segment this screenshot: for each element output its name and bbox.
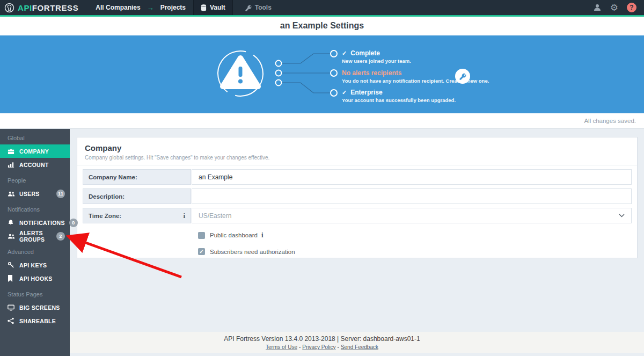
nav-vault-label: Vault [210,4,225,11]
sidebar-item-alerts-groups[interactable]: ALERTS GROUPS 2 [0,229,70,243]
notifications-count-badge: 0 [69,219,78,227]
footer-link-privacy[interactable]: Privacy Policy [302,344,335,350]
sidebar-item-api-keys[interactable]: API KEYS [0,258,70,272]
public-dashboard-checkbox[interactable] [198,232,205,239]
sidebar-section-status-pages: Status Pages [0,285,70,301]
alerts-groups-count-badge: 2 [56,232,65,241]
sidebar-section-people: People [0,171,70,187]
company-name-input[interactable] [192,169,632,185]
help-icon[interactable]: ? [627,3,636,12]
fix-alerts-button[interactable] [455,69,470,84]
subscribers-authorization-label: Subscribers need authorization [210,249,295,255]
sidebar-item-label: API KEYS [19,262,47,268]
description-label: Description: [83,188,191,204]
field-label-text: Description: [89,193,125,200]
top-navbar: APIFORTRESS All Companies → Projects Vau… [0,0,644,15]
wrench-icon [459,72,466,80]
sidebar-section-notifications: Notifications [0,200,70,216]
sidebar-item-company[interactable]: COMPANY [0,144,70,158]
footer-separator: - [338,344,339,350]
check-icon: ✓ [342,50,347,57]
status-diagram [0,35,644,113]
brand-text: APIFORTRESS [18,3,78,12]
footer-version: API Fortress Version 13.4.0 2013-2018 | … [0,335,644,343]
save-status: All changes saved. [0,113,644,129]
bar-chart-icon [8,161,15,168]
field-label-text: Company Name: [89,174,137,180]
info-icon[interactable]: i [261,231,264,239]
brand-api: API [18,3,32,12]
card-title: Company [85,143,630,152]
description-input[interactable] [192,188,632,204]
nav-tools[interactable]: Tools [245,4,272,11]
public-dashboard-label: Public dashboard i [210,231,264,239]
sidebar-item-label: SHAREABLE [19,318,56,324]
sidebar-item-label: NOTIFICATIONS [19,220,65,226]
sidebar-item-label: USERS [19,191,40,197]
checklist-desc: Your account has successfully been upgra… [342,97,456,103]
sidebar-item-notifications[interactable]: NOTIFICATIONS 0 [0,216,70,229]
sidebar-item-label: API HOOKS [19,275,53,282]
info-icon[interactable]: i [183,212,185,220]
wrench-icon [245,4,252,11]
checklist-title: Enterprise [350,89,382,96]
sidebar-item-shareable[interactable]: SHAREABLE [0,314,70,328]
nav-all-companies[interactable]: All Companies [96,4,140,11]
chevron-down-icon [619,214,625,217]
monitor-icon [8,304,15,311]
checklist-item-complete: ✓ Complete New users joined your team. [342,49,411,64]
timezone-select[interactable]: US/Eastern [192,208,632,223]
users-icon [8,233,15,239]
company-name-label: Company Name: [83,169,191,185]
briefcase-icon [8,148,15,155]
settings-sidebar: Global COMPANY ACCOUNT People USERS 11 N… [0,129,70,356]
sidebar-item-label: BIG SCREENS [19,304,60,311]
sidebar-section-advanced: Advanced [0,243,70,258]
timezone-label: Time Zone: i [83,208,191,223]
checklist-title: Complete [350,49,380,57]
key-icon [8,261,15,268]
sidebar-item-api-hooks[interactable]: API HOOKS [0,272,70,285]
page-title: an Example Settings [0,17,644,35]
settings-gear-icon[interactable]: ⚙ [610,3,618,12]
page-footer: API Fortress Version 13.4.0 2013-2018 | … [0,332,644,353]
nav-projects[interactable]: Projects [160,4,186,11]
user-profile-icon[interactable] [593,3,602,12]
sidebar-item-users[interactable]: USERS 11 [0,187,70,200]
footer-separator: - [299,344,301,350]
checkbox-label-text: Subscribers need authorization [210,249,295,255]
checklist-item-enterprise: ✓ Enterprise Your account has successful… [342,89,456,103]
company-settings-card: Company Company global settings. Hit "Sa… [77,137,638,258]
card-subtitle: Company global settings. Hit "Save chang… [85,155,630,161]
checklist-title-warning: No alerts recipients [342,69,401,77]
field-label-text: Time Zone: [89,213,121,219]
sidebar-section-global: Global [0,129,70,144]
brand-logo[interactable]: APIFORTRESS [0,3,78,13]
bookmark-icon [8,275,15,282]
apifortress-logo-icon [4,3,14,13]
nav-vault[interactable]: Vault [193,0,233,15]
users-count-badge: 11 [56,190,65,198]
subscribers-authorization-checkbox[interactable]: ✓ [198,248,205,255]
share-icon [8,317,15,324]
footer-link-feedback[interactable]: Send Feedback [341,344,378,350]
nav-tools-label: Tools [255,4,272,11]
database-icon [201,4,207,11]
brand-fortress: FORTRESS [32,3,78,12]
sidebar-item-label: ACCOUNT [19,162,49,168]
sidebar-item-label: ALERTS GROUPS [19,230,52,243]
connector-lines [282,54,330,93]
users-icon [8,190,15,197]
check-icon: ✓ [342,89,347,96]
checkbox-label-text: Public dashboard [210,232,258,238]
breadcrumb-arrow-icon: → [147,4,154,12]
sidebar-item-account[interactable]: ACCOUNT [0,158,70,171]
content-area: Global COMPANY ACCOUNT People USERS 11 N… [0,129,644,356]
footer-link-terms[interactable]: Terms of Use [266,344,297,350]
checklist-desc: New users joined your team. [342,58,411,64]
sidebar-item-big-screens[interactable]: BIG SCREENS [0,301,70,314]
status-banner: ✓ Complete New users joined your team. N… [0,35,644,113]
bell-icon [8,219,15,226]
timezone-selected-value: US/Eastern [199,212,231,220]
sidebar-item-label: COMPANY [19,148,49,155]
